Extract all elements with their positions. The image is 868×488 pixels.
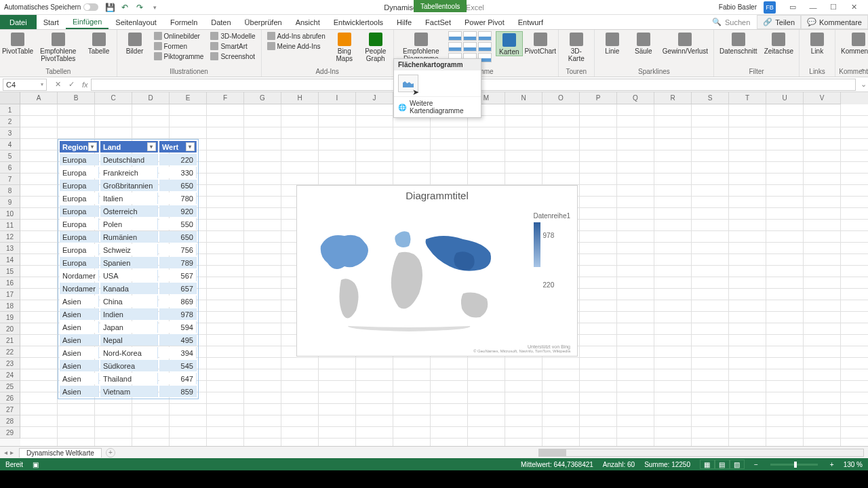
table-cell[interactable]: Schweiz xyxy=(100,244,158,256)
tab-developer[interactable]: Entwicklertools xyxy=(327,15,390,29)
worksheet-grid[interactable]: 1234567891011121314151617181920212223242… xyxy=(0,92,868,446)
share-button[interactable]: 🔗 Teilen xyxy=(757,15,801,29)
table-cell[interactable]: Frankreich xyxy=(100,167,158,178)
user-avatar[interactable]: FB xyxy=(764,1,776,14)
table-cell[interactable]: Asien xyxy=(60,360,99,371)
autosave-toggle[interactable]: Automatisches Speichern xyxy=(4,3,98,11)
expand-formula-bar-icon[interactable]: ⌄ xyxy=(859,80,868,89)
table-row[interactable]: EuropaItalien780 xyxy=(60,192,197,204)
table-cell[interactable]: Europa xyxy=(60,244,99,256)
macro-record-icon[interactable]: ▣ xyxy=(33,461,39,468)
table-cell[interactable]: 545 xyxy=(159,360,197,371)
tab-start[interactable]: Start xyxy=(37,15,66,29)
table-cell[interactable]: Europa xyxy=(60,218,99,230)
row-header[interactable]: 12 xyxy=(0,231,20,243)
table-cell[interactable]: Nordamer xyxy=(60,283,99,294)
table-cell[interactable]: Südkorea xyxy=(100,360,158,371)
context-tab-tabletools[interactable]: Tabellentools xyxy=(414,0,467,12)
row-header[interactable]: 4 xyxy=(0,139,20,150)
column-header[interactable]: D xyxy=(132,92,170,104)
column-header[interactable]: S xyxy=(692,92,729,104)
row-header[interactable]: 8 xyxy=(0,185,20,197)
close-icon[interactable]: ✕ xyxy=(844,1,864,14)
table-cell[interactable]: Japan xyxy=(100,321,158,333)
table-cell[interactable]: Europa xyxy=(60,205,99,217)
column-header[interactable]: C xyxy=(95,92,132,104)
row-header[interactable]: 3 xyxy=(0,127,20,139)
row-header[interactable]: 14 xyxy=(0,254,20,266)
shapes-button[interactable]: Formen xyxy=(153,41,205,51)
map-chart-preview[interactable]: Diagrammtitel Da xyxy=(296,185,578,357)
column-header[interactable]: N xyxy=(505,92,542,104)
table-cell[interactable]: China xyxy=(100,296,158,307)
table-cell[interactable]: 567 xyxy=(159,270,197,281)
zoom-level[interactable]: 130 % xyxy=(844,461,863,468)
column-header[interactable]: F xyxy=(207,92,244,104)
table-cell[interactable]: 330 xyxy=(159,167,197,178)
tab-view[interactable]: Ansicht xyxy=(289,15,327,29)
table-row[interactable]: AsienChina869 xyxy=(60,296,197,307)
column-header[interactable]: E xyxy=(170,92,207,104)
screenshot-button[interactable]: Screenshot xyxy=(209,52,256,61)
filter-icon[interactable]: ▾ xyxy=(186,142,195,151)
zoom-out-icon[interactable]: − xyxy=(754,461,758,468)
column-header[interactable]: U xyxy=(766,92,804,104)
column-header[interactable]: A xyxy=(20,92,58,104)
row-header[interactable]: 6 xyxy=(0,162,20,174)
table-cell[interactable]: Italien xyxy=(100,192,158,204)
user-name[interactable]: Fabio Basler xyxy=(719,3,757,11)
row-header[interactable]: 11 xyxy=(0,220,20,231)
ribbon-display-icon[interactable]: ▭ xyxy=(783,1,803,14)
sheet-nav-prev-icon[interactable]: ◂ xyxy=(4,449,7,456)
table-row[interactable]: EuropaÖsterreich920 xyxy=(60,205,197,217)
row-header[interactable]: 21 xyxy=(0,335,20,346)
row-header[interactable]: 25 xyxy=(0,381,20,392)
enter-formula-icon[interactable]: ✓ xyxy=(66,80,77,89)
get-addins-button[interactable]: Add-Ins abrufen xyxy=(266,31,327,41)
row-header[interactable]: 18 xyxy=(0,300,20,312)
pivottable-button[interactable]: PivotTable xyxy=(4,31,31,55)
table-cell[interactable]: Großbritannien xyxy=(100,180,158,191)
table-row[interactable]: AsienSüdkorea545 xyxy=(60,360,197,371)
table-row[interactable]: NordamerUSA567 xyxy=(60,270,197,281)
pivotchart-button[interactable]: PivotChart xyxy=(527,31,554,55)
sheet-tab-active[interactable]: Dynamische Weltkarte xyxy=(19,448,102,458)
row-header[interactable]: 28 xyxy=(0,415,20,427)
table-cell[interactable]: 859 xyxy=(159,386,197,397)
filled-map-thumbnail[interactable]: ➤ xyxy=(398,75,418,92)
page-layout-view-icon[interactable]: ▤ xyxy=(715,460,730,469)
table-row[interactable]: EuropaDeutschland220 xyxy=(60,154,197,165)
qat-customize-icon[interactable]: ▾ xyxy=(150,3,159,12)
zoom-in-icon[interactable]: + xyxy=(830,461,834,468)
table-cell[interactable]: 550 xyxy=(159,218,197,230)
table-header[interactable]: Wert▾ xyxy=(159,141,197,152)
tab-help[interactable]: Hilfe xyxy=(390,15,418,29)
tab-page-layout[interactable]: Seitenlayout xyxy=(108,15,163,29)
table-cell[interactable]: 756 xyxy=(159,244,197,256)
row-header[interactable]: 26 xyxy=(0,392,20,404)
row-header[interactable]: 5 xyxy=(0,150,20,162)
row-header[interactable]: 7 xyxy=(0,174,20,185)
row-header[interactable]: 22 xyxy=(0,346,20,358)
column-header[interactable]: B xyxy=(58,92,95,104)
table-cell[interactable]: Kanada xyxy=(100,283,158,294)
tab-formulas[interactable]: Formeln xyxy=(163,15,204,29)
row-header[interactable]: 20 xyxy=(0,323,20,335)
table-cell[interactable]: 920 xyxy=(159,205,197,217)
table-row[interactable]: AsienThailand647 xyxy=(60,373,197,384)
my-addins-button[interactable]: Meine Add-Ins xyxy=(266,41,327,51)
table-cell[interactable]: Europa xyxy=(60,192,99,204)
table-row[interactable]: AsienVietnam859 xyxy=(60,386,197,397)
column-header[interactable]: J xyxy=(356,92,393,104)
data-table[interactable]: Region▾Land▾Wert▾ EuropaDeutschland220Eu… xyxy=(58,139,199,399)
tell-me-search[interactable]: 🔍 Suchen xyxy=(705,15,757,29)
table-row[interactable]: EuropaPolen550 xyxy=(60,218,197,230)
select-all-corner[interactable] xyxy=(0,92,20,104)
column-header[interactable]: G xyxy=(244,92,281,104)
table-cell[interactable]: Europa xyxy=(60,231,99,243)
table-cell[interactable]: Asien xyxy=(60,321,99,333)
column-header[interactable]: R xyxy=(654,92,692,104)
row-header[interactable]: 1 xyxy=(0,104,20,116)
icons-button[interactable]: Piktogramme xyxy=(153,52,205,61)
table-row[interactable]: AsienNepal495 xyxy=(60,334,197,346)
